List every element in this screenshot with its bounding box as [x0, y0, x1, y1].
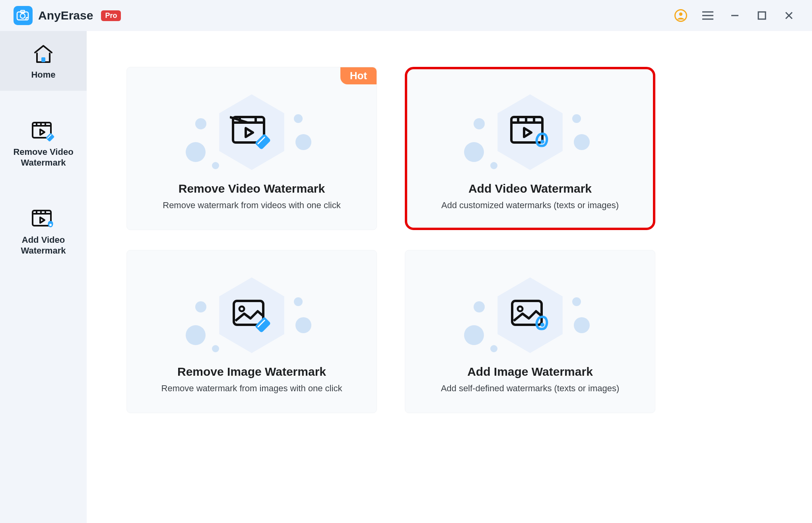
card-desc: Add self-defined watermarks (texts or im… [441, 383, 620, 394]
sidebar: Home Remove Video Watermark [0, 31, 87, 523]
app-title: AnyErase [38, 9, 93, 22]
app-logo-icon [14, 6, 33, 25]
svg-rect-20 [46, 133, 55, 141]
card-remove-image-watermark[interactable]: Remove Image Watermark Remove watermark … [126, 250, 377, 413]
svg-rect-13 [41, 57, 45, 62]
maximize-icon[interactable] [755, 8, 769, 23]
close-icon[interactable] [782, 8, 796, 23]
card-add-video-watermark[interactable]: Add Video Watermark Add customized water… [405, 67, 655, 230]
svg-point-49 [518, 306, 523, 311]
card-desc: Remove watermark from videos with one cl… [163, 200, 340, 211]
card-title: Add Image Watermark [467, 365, 593, 379]
card-remove-video-watermark[interactable]: Hot Remove Video Watermark [126, 67, 377, 230]
hot-badge: Hot [340, 67, 377, 84]
sidebar-item-label: Remove Video Watermark [3, 146, 84, 168]
main: Hot Remove Video Watermark [87, 31, 812, 523]
titlebar-left: AnyErase Pro [14, 6, 674, 25]
svg-rect-46 [254, 316, 271, 333]
svg-point-2 [20, 14, 25, 18]
card-add-image-watermark[interactable]: Add Image Watermark Add self-defined wat… [405, 250, 655, 413]
svg-point-5 [679, 12, 682, 16]
card-desc: Remove watermark from images with one cl… [161, 383, 342, 394]
image-watermark-icon [486, 273, 574, 357]
svg-point-43 [540, 140, 544, 144]
card-desc: Add customized watermarks (texts or imag… [441, 200, 619, 211]
svg-marker-34 [246, 128, 253, 137]
sidebar-item-remove-video[interactable]: Remove Video Watermark [0, 108, 87, 179]
card-grid: Hot Remove Video Watermark [126, 67, 784, 413]
sidebar-item-label: Home [31, 69, 55, 80]
svg-point-28 [49, 224, 52, 226]
add-video-watermark-icon [31, 207, 56, 230]
video-erase-icon [208, 90, 295, 174]
card-title: Add Video Watermark [468, 182, 592, 195]
svg-marker-42 [524, 128, 531, 137]
titlebar-right [674, 8, 798, 23]
body: Home Remove Video Watermark [0, 31, 812, 523]
svg-rect-10 [758, 12, 765, 19]
pro-badge: Pro [101, 10, 121, 21]
video-watermark-icon [486, 90, 574, 174]
remove-video-watermark-icon [31, 119, 56, 142]
svg-marker-27 [40, 217, 45, 223]
home-icon [32, 42, 55, 64]
sidebar-item-label: Add Video Watermark [3, 234, 84, 256]
profile-icon[interactable] [674, 8, 688, 23]
svg-point-50 [540, 323, 544, 327]
titlebar: AnyErase Pro [0, 0, 812, 31]
image-erase-icon [208, 273, 295, 357]
sidebar-item-add-video[interactable]: Add Video Watermark [0, 196, 87, 267]
svg-rect-35 [254, 133, 271, 150]
menu-icon[interactable] [701, 8, 715, 23]
sidebar-item-home[interactable]: Home [0, 31, 87, 91]
card-title: Remove Video Watermark [179, 182, 325, 195]
minimize-icon[interactable] [728, 8, 742, 23]
svg-marker-19 [40, 129, 45, 135]
card-title: Remove Image Watermark [177, 365, 326, 379]
svg-point-45 [239, 306, 244, 311]
